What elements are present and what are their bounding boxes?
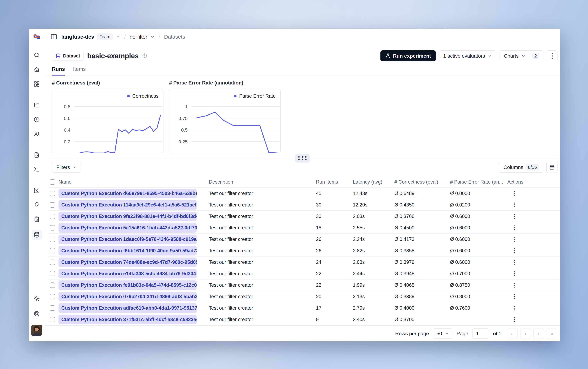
breadcrumb-org[interactable]: langfuse-dev [61, 34, 94, 40]
first-page-button[interactable]: « [507, 328, 518, 339]
row-actions-button[interactable] [512, 235, 517, 244]
table-row[interactable]: Custom Python Execution d66e7991-8595-45… [48, 188, 560, 199]
sidebar-item-playground[interactable] [33, 165, 41, 174]
row-checkbox[interactable] [50, 202, 55, 208]
row-actions-button[interactable] [512, 246, 517, 255]
dataset-info-icon[interactable] [142, 53, 147, 59]
column-header-description[interactable]: Description [205, 176, 312, 187]
sidebar-item-search[interactable] [33, 51, 41, 59]
table-row[interactable]: Custom Python Execution f6bb1614-1f90-40… [48, 245, 560, 256]
run-name-link[interactable]: Custom Python Execution f6bb1614-1f90-40… [59, 246, 196, 256]
sidebar-item-users[interactable] [33, 130, 41, 138]
sidebar-item-home[interactable] [33, 65, 41, 74]
column-header-latency[interactable]: Latency (avg) [349, 176, 391, 187]
breadcrumb-section[interactable]: Datasets [164, 34, 185, 40]
row-actions-button[interactable] [512, 189, 517, 198]
select-all-checkbox[interactable] [50, 179, 55, 185]
sidebar-item-evaluators[interactable] [33, 201, 41, 209]
row-actions-button[interactable] [512, 269, 517, 278]
table-row[interactable]: Custom Python Execution 9fe23f98-881e-44… [48, 211, 560, 222]
table-row[interactable]: Custom Python Execution 371f531c-abff-4d… [48, 314, 560, 325]
run-name-link[interactable]: Custom Python Execution 114aa9ef-29e6-4e… [59, 200, 196, 210]
row-height-button[interactable] [546, 162, 558, 173]
langfuse-logo[interactable] [29, 29, 45, 45]
run-name-link[interactable]: Custom Python Execution 076b2704-341d-48… [59, 292, 196, 301]
support-button[interactable] [33, 310, 41, 318]
chevron-down-icon[interactable] [150, 34, 155, 39]
user-avatar[interactable] [31, 325, 42, 336]
next-page-button[interactable]: › [533, 328, 544, 339]
row-checkbox[interactable] [50, 225, 55, 231]
run-description: Test our filter creator [205, 199, 312, 210]
chart-card[interactable]: 0.250.50.751 Parse Error Rate [169, 89, 281, 154]
chart-card[interactable]: 0.20.40.60.8 Correctness [52, 89, 164, 154]
run-name-link[interactable]: Custom Python Execution 74de488e-ec9d-47… [59, 257, 196, 267]
table-row[interactable]: Custom Python Execution 74de488e-ec9d-47… [48, 256, 560, 268]
last-page-button[interactable]: » [547, 328, 557, 339]
row-checkbox[interactable] [50, 271, 55, 276]
row-checkbox[interactable] [50, 237, 55, 242]
table-row[interactable]: Custom Python Execution fe91b83e-04a5-47… [48, 279, 560, 291]
row-checkbox[interactable] [50, 305, 55, 311]
row-actions-button[interactable] [512, 212, 517, 221]
row-checkbox[interactable] [50, 317, 55, 322]
table-row[interactable]: Custom Python Execution 5a15a616-1bab-44… [48, 222, 560, 234]
table-row[interactable]: Custom Python Execution 114aa9ef-29e6-4e… [48, 199, 560, 211]
column-header-correctness[interactable]: # Correctness (eval) [391, 176, 446, 187]
sidebar-item-scores[interactable] [33, 186, 41, 195]
charts-dropdown[interactable]: Charts 2 [500, 51, 543, 62]
row-actions-button[interactable] [512, 281, 517, 290]
sidebar-item-sessions[interactable] [33, 115, 41, 123]
table-row[interactable]: Custom Python Execution adfae619-abb0-4d… [48, 302, 560, 314]
row-actions-button[interactable] [512, 258, 517, 267]
row-checkbox[interactable] [50, 191, 55, 196]
chevron-down-icon[interactable] [116, 34, 120, 39]
table-row[interactable]: Custom Python Execution 076b2704-341d-48… [48, 291, 560, 302]
sidebar-item-tracing[interactable] [33, 101, 41, 109]
run-name-link[interactable]: Custom Python Execution e14fa348-5cfc-49… [59, 269, 196, 278]
row-actions-button[interactable] [512, 315, 517, 324]
run-latency: 2.40s [349, 314, 391, 325]
run-name-link[interactable]: Custom Python Execution 5a15a616-1bab-44… [59, 223, 196, 233]
row-checkbox[interactable] [50, 248, 55, 253]
rows-per-page-select[interactable]: 50 [433, 328, 452, 339]
run-name-link[interactable]: Custom Python Execution 371f531c-abff-4d… [59, 315, 196, 324]
run-correctness: Ø 0.3766 [391, 211, 446, 222]
sidebar-item-datasets[interactable] [32, 230, 42, 240]
panel-left-toggle-icon[interactable] [50, 33, 57, 40]
run-name-link[interactable]: Custom Python Execution d66e7991-8595-45… [59, 189, 196, 198]
run-experiment-button[interactable]: Run experiment [381, 51, 436, 62]
prev-page-button[interactable]: ‹ [520, 328, 531, 339]
tab-runs[interactable]: Runs [52, 66, 65, 75]
columns-dropdown[interactable]: Columns 8/15 [499, 162, 543, 173]
row-actions-button[interactable] [512, 292, 517, 301]
filters-dropdown[interactable]: Filters [52, 162, 81, 173]
table-row[interactable]: Custom Python Execution 1daec0f9-5e78-43… [48, 234, 560, 245]
row-checkbox[interactable] [50, 214, 55, 219]
settings-button[interactable] [33, 295, 41, 303]
row-checkbox[interactable] [50, 260, 55, 265]
more-actions-button[interactable] [547, 51, 558, 62]
column-header-name[interactable]: Name [59, 179, 71, 185]
sidebar-item-dashboards[interactable] [33, 80, 41, 88]
sidebar-item-prompts[interactable] [33, 151, 41, 159]
active-evaluators-dropdown[interactable]: 1 active evaluators [439, 51, 496, 62]
tab-items[interactable]: Items [73, 66, 86, 75]
column-header-parse-error[interactable]: # Parse Error Rate (an... [446, 176, 504, 187]
resize-drag-handle[interactable] [295, 154, 310, 163]
run-name-link[interactable]: Custom Python Execution adfae619-abb0-4d… [59, 303, 196, 313]
row-actions-button[interactable] [512, 223, 517, 232]
row-actions-button[interactable] [512, 304, 517, 313]
sidebar-item-annotation[interactable] [33, 215, 41, 224]
run-name-link[interactable]: Custom Python Execution fe91b83e-04a5-47… [59, 280, 196, 290]
row-checkbox[interactable] [50, 294, 55, 299]
row-actions-button[interactable] [512, 200, 517, 209]
run-name-link[interactable]: Custom Python Execution 9fe23f98-881e-44… [59, 212, 196, 221]
column-header-actions[interactable]: Actions [504, 176, 560, 187]
page-number-input[interactable] [472, 328, 489, 339]
run-name-link[interactable]: Custom Python Execution 1daec0f9-5e78-43… [59, 235, 196, 244]
column-header-run-items[interactable]: Run Items [312, 176, 349, 187]
table-row[interactable]: Custom Python Execution e14fa348-5cfc-49… [48, 268, 560, 279]
breadcrumb-project[interactable]: no-filter [130, 34, 147, 40]
row-checkbox[interactable] [50, 282, 55, 288]
